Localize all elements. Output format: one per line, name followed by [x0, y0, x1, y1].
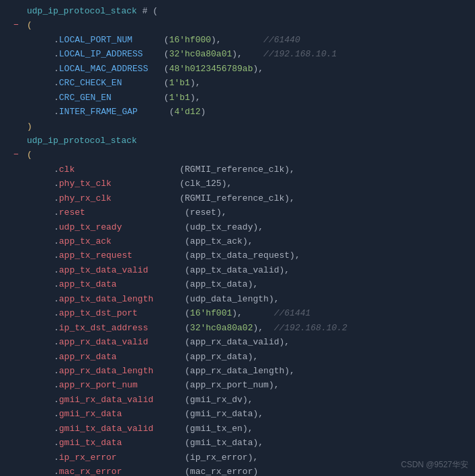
code-line: .app_tx_ack (app_tx_ack), — [13, 234, 468, 248]
code-token: mac_rx_error — [59, 465, 122, 476]
code-token: . — [54, 465, 59, 476]
code-line: udp_ip_protocol_stack # ( — [13, 4, 468, 18]
code-line: .app_rx_port_num (app_rx_port_num), — [13, 378, 468, 392]
code-token: 16'hf000 — [169, 33, 211, 47]
code-token: app_tx_data_valid — [190, 263, 279, 277]
code-token: ( — [153, 393, 190, 407]
code-token: . — [54, 335, 59, 349]
code-token: gmii_rx_dv — [190, 393, 243, 407]
code-token: ( — [112, 177, 185, 191]
code-token: udp_data_length — [190, 292, 269, 306]
code-token: . — [54, 62, 59, 76]
code-token: ), — [190, 76, 201, 90]
code-token: LOCAL_PORT_NUM — [59, 33, 132, 47]
code-token: . — [54, 105, 59, 119]
code-token: gmii_tx_en — [190, 422, 243, 436]
code-line: .app_rx_data_valid (app_rx_data_valid), — [13, 335, 468, 349]
code-token: . — [54, 205, 59, 220]
gutter-marker: − — [13, 18, 24, 32]
code-line: .gmii_rx_data (gmii_rx_data), — [13, 407, 468, 421]
code-token: ) — [200, 105, 206, 119]
code-token: gmii_tx_data_valid — [59, 422, 153, 436]
code-token: ( — [148, 263, 189, 277]
code-token: . — [54, 277, 59, 291]
code-line: .app_tx_request (app_tx_data_request), — [13, 248, 468, 263]
code-token: ), — [253, 436, 263, 450]
code-token: ( — [132, 33, 169, 47]
code-line: .ip_rx_error (ip_rx_error), — [13, 450, 468, 465]
code-line: .LOCAL_PORT_NUM (16'hf000), //61440 — [13, 33, 468, 47]
code-token: clk_125 — [185, 177, 222, 191]
code-token: app_tx_request — [59, 248, 132, 263]
code-token: app_tx_data_length — [59, 292, 153, 306]
code-token: 1'b1 — [169, 76, 190, 90]
code-token: ), — [284, 364, 295, 378]
code-token: . — [54, 364, 59, 378]
code-token: . — [54, 393, 59, 407]
gutter-marker: − — [13, 148, 24, 162]
code-line: .gmii_rx_data_valid (gmii_rx_dv), — [13, 393, 468, 407]
code-token: app_rx_data_length — [190, 364, 284, 378]
code-token: reset — [190, 205, 216, 220]
code-token: 48'h0123456789ab — [169, 62, 253, 76]
code-token: reset — [59, 205, 85, 220]
code-token: ), — [190, 91, 201, 105]
code-token: app_tx_data_request — [190, 248, 290, 263]
code-token: ( — [153, 292, 190, 306]
code-token: 16'hf001 — [190, 306, 232, 320]
code-line: .app_tx_dst_port (16'hf001), //61441 — [13, 306, 468, 320]
code-token: 32'hc0a80a02 — [190, 321, 253, 335]
code-line: .gmii_tx_data_valid (gmii_tx_en), — [13, 422, 468, 436]
code-token: ( — [132, 248, 190, 263]
code-token: RGMII_reference_clk — [185, 162, 284, 177]
code-token: 4'd12 — [174, 105, 200, 119]
code-line: .udp_tx_ready (udp_tx_ready), — [13, 220, 468, 234]
code-line: .app_tx_data_length (udp_data_length), — [13, 292, 468, 306]
code-token: ), — [232, 306, 243, 320]
code-token: ( — [122, 220, 189, 234]
code-line: .ip_tx_dst_address (32'hc0a80a02), //192… — [13, 321, 468, 335]
code-line: .INTER_FRAME_GAP (4'd12) — [13, 105, 468, 119]
code-token — [243, 306, 274, 320]
code-token: ( — [112, 234, 190, 248]
code-token: ), — [248, 450, 259, 465]
code-block: udp_ip_protocol_stack # (−(.LOCAL_PORT_N… — [0, 0, 475, 476]
code-token: ), — [269, 378, 279, 392]
code-token: ( — [148, 321, 189, 335]
code-token: ( — [27, 18, 32, 32]
code-token: app_tx_data — [190, 277, 248, 291]
code-token: LOCAL_IP_ADDRESS — [59, 47, 143, 61]
code-token: ( — [117, 450, 190, 465]
code-token: ( — [27, 148, 32, 162]
code-token: ), — [279, 263, 290, 277]
code-token: . — [54, 91, 59, 105]
code-token: ( — [117, 277, 190, 291]
code-line: .phy_rx_clk (RGMII_reference_clk), — [13, 191, 468, 205]
code-line: .phy_tx_clk (clk_125), — [13, 177, 468, 191]
code-token: . — [54, 450, 59, 465]
code-token: ), — [279, 335, 290, 349]
code-line: .app_tx_data_valid (app_tx_data_valid), — [13, 263, 468, 277]
code-token: ), — [243, 393, 253, 407]
code-token: app_tx_data_valid — [59, 263, 148, 277]
code-token: ( — [122, 407, 189, 421]
code-token: ( — [75, 162, 185, 177]
code-token: . — [54, 321, 59, 335]
code-token: ), — [232, 47, 243, 61]
code-token: CRC_CHECK_EN — [59, 76, 122, 90]
code-token: . — [54, 263, 59, 277]
code-token: app_rx_data_length — [59, 364, 153, 378]
code-token: ( — [153, 364, 190, 378]
code-token: ( — [122, 436, 189, 450]
code-token: . — [54, 248, 59, 263]
code-token: ), — [243, 422, 253, 436]
code-token: gmii_rx_data — [190, 407, 253, 421]
code-token: ), — [222, 177, 232, 191]
code-token: ( — [138, 306, 190, 320]
code-line: .clk (RGMII_reference_clk), — [13, 162, 468, 177]
code-line: .CRC_CHECK_EN (1'b1), — [13, 76, 468, 90]
code-token — [243, 47, 263, 61]
code-token: ( — [112, 191, 185, 205]
code-token: . — [54, 177, 59, 191]
code-token: ), — [253, 321, 263, 335]
